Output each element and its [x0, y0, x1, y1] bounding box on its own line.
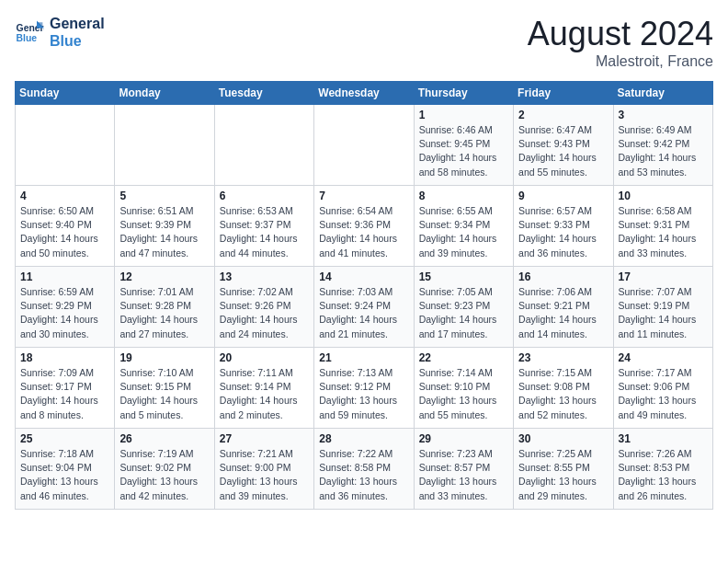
day-info: Sunrise: 7:06 AMSunset: 9:21 PMDaylight:…	[518, 285, 608, 341]
calendar-cell	[16, 105, 115, 186]
day-info: Sunrise: 6:53 AMSunset: 9:37 PMDaylight:…	[220, 204, 309, 260]
calendar-cell: 20Sunrise: 7:11 AMSunset: 9:14 PMDayligh…	[214, 348, 313, 429]
calendar-cell	[214, 105, 313, 186]
day-info: Sunrise: 6:51 AMSunset: 9:39 PMDaylight:…	[119, 204, 209, 260]
day-number: 11	[20, 270, 109, 283]
day-number: 23	[518, 351, 608, 364]
day-info: Sunrise: 7:15 AMSunset: 9:08 PMDaylight:…	[518, 366, 608, 422]
day-number: 22	[419, 351, 508, 364]
calendar-cell: 7Sunrise: 6:54 AMSunset: 9:36 PMDaylight…	[314, 186, 414, 267]
calendar-cell: 15Sunrise: 7:05 AMSunset: 9:23 PMDayligh…	[414, 267, 513, 348]
calendar-cell: 29Sunrise: 7:23 AMSunset: 8:57 PMDayligh…	[414, 429, 513, 510]
day-header-monday: Monday	[115, 82, 214, 105]
logo-text-general: General	[50, 15, 105, 32]
calendar-cell: 30Sunrise: 7:25 AMSunset: 8:55 PMDayligh…	[514, 429, 613, 510]
day-number: 28	[319, 432, 408, 445]
day-number: 17	[619, 270, 708, 283]
calendar-cell: 18Sunrise: 7:09 AMSunset: 9:17 PMDayligh…	[16, 348, 115, 429]
day-info: Sunrise: 6:49 AMSunset: 9:42 PMDaylight:…	[619, 123, 708, 179]
day-header-tuesday: Tuesday	[214, 82, 313, 105]
day-number: 30	[518, 432, 608, 445]
calendar-cell: 17Sunrise: 7:07 AMSunset: 9:19 PMDayligh…	[613, 267, 712, 348]
day-info: Sunrise: 7:22 AMSunset: 8:58 PMDaylight:…	[319, 447, 408, 503]
calendar-cell: 6Sunrise: 6:53 AMSunset: 9:37 PMDaylight…	[214, 186, 313, 267]
day-number: 5	[119, 190, 209, 202]
svg-text:Blue: Blue	[17, 33, 38, 43]
day-header-thursday: Thursday	[414, 82, 513, 105]
calendar-cell: 24Sunrise: 7:17 AMSunset: 9:06 PMDayligh…	[613, 348, 712, 429]
day-info: Sunrise: 7:25 AMSunset: 8:55 PMDaylight:…	[518, 447, 608, 503]
day-info: Sunrise: 6:47 AMSunset: 9:43 PMDaylight:…	[518, 123, 608, 179]
day-number: 19	[119, 351, 209, 364]
day-header-friday: Friday	[514, 82, 613, 105]
calendar-week-row: 25Sunrise: 7:18 AMSunset: 9:04 PMDayligh…	[16, 429, 713, 510]
day-info: Sunrise: 7:09 AMSunset: 9:17 PMDaylight:…	[20, 366, 109, 422]
day-number: 1	[419, 109, 508, 121]
calendar-cell: 22Sunrise: 7:14 AMSunset: 9:10 PMDayligh…	[414, 348, 513, 429]
day-number: 9	[518, 190, 608, 202]
calendar-cell: 27Sunrise: 7:21 AMSunset: 9:00 PMDayligh…	[214, 429, 313, 510]
day-number: 29	[419, 432, 508, 445]
calendar-cell	[115, 105, 214, 186]
day-info: Sunrise: 7:18 AMSunset: 9:04 PMDaylight:…	[20, 447, 109, 503]
day-info: Sunrise: 6:57 AMSunset: 9:33 PMDaylight:…	[518, 204, 608, 260]
day-number: 31	[619, 432, 708, 445]
calendar-cell: 16Sunrise: 7:06 AMSunset: 9:21 PMDayligh…	[514, 267, 613, 348]
calendar-cell: 8Sunrise: 6:55 AMSunset: 9:34 PMDaylight…	[414, 186, 513, 267]
day-number: 6	[220, 190, 309, 202]
day-number: 25	[20, 432, 109, 445]
calendar-cell: 2Sunrise: 6:47 AMSunset: 9:43 PMDaylight…	[514, 105, 613, 186]
calendar-cell: 9Sunrise: 6:57 AMSunset: 9:33 PMDaylight…	[514, 186, 613, 267]
day-info: Sunrise: 7:19 AMSunset: 9:02 PMDaylight:…	[119, 447, 209, 503]
day-number: 4	[20, 190, 109, 202]
calendar-cell: 21Sunrise: 7:13 AMSunset: 9:12 PMDayligh…	[314, 348, 414, 429]
calendar-cell: 4Sunrise: 6:50 AMSunset: 9:40 PMDaylight…	[16, 186, 115, 267]
day-number: 24	[619, 351, 708, 364]
day-number: 15	[419, 270, 508, 283]
calendar-week-row: 18Sunrise: 7:09 AMSunset: 9:17 PMDayligh…	[16, 348, 713, 429]
day-info: Sunrise: 7:14 AMSunset: 9:10 PMDaylight:…	[419, 366, 508, 422]
day-number: 27	[220, 432, 309, 445]
calendar-cell: 23Sunrise: 7:15 AMSunset: 9:08 PMDayligh…	[514, 348, 613, 429]
calendar-cell: 31Sunrise: 7:26 AMSunset: 8:53 PMDayligh…	[613, 429, 712, 510]
title-block: August 2024 Malestroit, France	[528, 15, 713, 70]
logo-text-blue: Blue	[50, 32, 105, 50]
day-number: 13	[220, 270, 309, 283]
day-number: 7	[319, 190, 408, 202]
calendar-cell: 19Sunrise: 7:10 AMSunset: 9:15 PMDayligh…	[115, 348, 214, 429]
day-info: Sunrise: 6:50 AMSunset: 9:40 PMDaylight:…	[20, 204, 109, 260]
calendar-header-row: SundayMondayTuesdayWednesdayThursdayFrid…	[16, 82, 713, 105]
calendar-week-row: 4Sunrise: 6:50 AMSunset: 9:40 PMDaylight…	[16, 186, 713, 267]
day-info: Sunrise: 6:54 AMSunset: 9:36 PMDaylight:…	[319, 204, 408, 260]
day-info: Sunrise: 7:05 AMSunset: 9:23 PMDaylight:…	[419, 285, 508, 341]
calendar-cell: 10Sunrise: 6:58 AMSunset: 9:31 PMDayligh…	[613, 186, 712, 267]
day-header-wednesday: Wednesday	[314, 82, 414, 105]
calendar-cell: 1Sunrise: 6:46 AMSunset: 9:45 PMDaylight…	[414, 105, 513, 186]
day-info: Sunrise: 6:58 AMSunset: 9:31 PMDaylight:…	[619, 204, 708, 260]
day-number: 3	[619, 109, 708, 121]
calendar-cell: 12Sunrise: 7:01 AMSunset: 9:28 PMDayligh…	[115, 267, 214, 348]
day-number: 2	[518, 109, 608, 121]
day-info: Sunrise: 6:46 AMSunset: 9:45 PMDaylight:…	[419, 123, 508, 179]
calendar-cell: 28Sunrise: 7:22 AMSunset: 8:58 PMDayligh…	[314, 429, 414, 510]
day-info: Sunrise: 7:17 AMSunset: 9:06 PMDaylight:…	[619, 366, 708, 422]
calendar-cell: 5Sunrise: 6:51 AMSunset: 9:39 PMDaylight…	[115, 186, 214, 267]
day-header-sunday: Sunday	[16, 82, 115, 105]
day-info: Sunrise: 7:23 AMSunset: 8:57 PMDaylight:…	[419, 447, 508, 503]
calendar-table: SundayMondayTuesdayWednesdayThursdayFrid…	[15, 81, 713, 510]
calendar-subtitle: Malestroit, France	[528, 53, 713, 70]
day-number: 8	[419, 190, 508, 202]
day-info: Sunrise: 7:03 AMSunset: 9:24 PMDaylight:…	[319, 285, 408, 341]
day-number: 10	[619, 190, 708, 202]
day-info: Sunrise: 7:02 AMSunset: 9:26 PMDaylight:…	[220, 285, 309, 341]
calendar-cell: 13Sunrise: 7:02 AMSunset: 9:26 PMDayligh…	[214, 267, 313, 348]
day-info: Sunrise: 7:11 AMSunset: 9:14 PMDaylight:…	[220, 366, 309, 422]
day-info: Sunrise: 6:55 AMSunset: 9:34 PMDaylight:…	[419, 204, 508, 260]
calendar-week-row: 1Sunrise: 6:46 AMSunset: 9:45 PMDaylight…	[16, 105, 713, 186]
day-number: 21	[319, 351, 408, 364]
day-number: 12	[119, 270, 209, 283]
calendar-week-row: 11Sunrise: 6:59 AMSunset: 9:29 PMDayligh…	[16, 267, 713, 348]
calendar-cell: 11Sunrise: 6:59 AMSunset: 9:29 PMDayligh…	[16, 267, 115, 348]
day-info: Sunrise: 7:01 AMSunset: 9:28 PMDaylight:…	[119, 285, 209, 341]
logo-icon: General Blue	[15, 19, 44, 45]
